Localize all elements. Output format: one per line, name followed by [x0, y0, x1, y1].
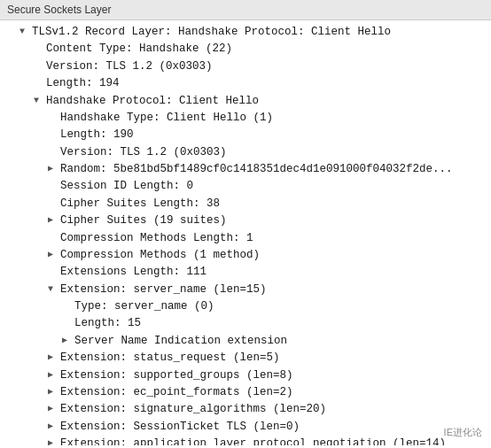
- tree-row: Version: TLS 1.2 (0x0303): [5, 144, 486, 161]
- tree-item-label: Version: TLS 1.2 (0x0303): [60, 144, 227, 161]
- expand-icon[interactable]: [48, 402, 60, 416]
- tree-item-label: Compression Methods Length: 1: [60, 230, 253, 247]
- tree-row[interactable]: Extension: supported_groups (len=8): [5, 367, 486, 384]
- title-text: Secure Sockets Layer: [7, 4, 111, 16]
- tree-item-label: Extension: SessionTicket TLS (len=0): [60, 419, 300, 436]
- tree-row[interactable]: Extension: SessionTicket TLS (len=0): [5, 419, 486, 436]
- tree-item-label: Compression Methods (1 method): [60, 247, 260, 264]
- tree-row: Version: TLS 1.2 (0x0303): [5, 58, 486, 75]
- tree-item-label: Cipher Suites (19 suites): [60, 212, 227, 229]
- tree-row[interactable]: Extension: ec_point_formats (len=2): [5, 384, 486, 401]
- tree-row[interactable]: TLSv1.2 Record Layer: Handshake Protocol…: [5, 24, 486, 41]
- tree-item-label: Cipher Suites Length: 38: [60, 196, 220, 212]
- tree-item-label: Extension: application_layer_protocol_ne…: [60, 436, 446, 445]
- tree-item-label: Type: server_name (0): [74, 298, 214, 315]
- expand-icon[interactable]: [48, 368, 60, 382]
- tree-row: Length: 15: [5, 315, 486, 332]
- tree-row[interactable]: Random: 5be81bd5bf1489cf0c1418351dec4d1e…: [5, 161, 486, 178]
- tree-item-label: Extension: status_request (len=5): [60, 350, 280, 367]
- tree-row: Session ID Length: 0: [5, 178, 486, 195]
- tree-item-label: Handshake Type: Client Hello (1): [60, 110, 273, 127]
- tree-row[interactable]: Extension: signature_algorithms (len=20): [5, 401, 486, 418]
- tree-item-label: Extension: supported_groups (len=8): [60, 367, 293, 384]
- tree-item-label: TLSv1.2 Record Layer: Handshake Protocol…: [32, 24, 391, 41]
- tree-item-label: Version: TLS 1.2 (0x0303): [46, 58, 213, 75]
- tree-row[interactable]: Handshake Protocol: Client Hello: [5, 93, 486, 110]
- expand-icon[interactable]: [48, 420, 60, 434]
- tree-item-label: Random: 5be81bd5bf1489cf0c1418351dec4d1e…: [60, 161, 453, 178]
- tree-item-label: Extension: signature_algorithms (len=20): [60, 401, 326, 418]
- tree-item-label: Length: 194: [46, 75, 120, 92]
- tree-row[interactable]: Extension: application_layer_protocol_ne…: [5, 436, 486, 445]
- tree-row: Cipher Suites Length: 38: [5, 196, 486, 212]
- expand-icon[interactable]: [19, 25, 32, 39]
- expand-icon[interactable]: [62, 334, 74, 348]
- tree-row[interactable]: Compression Methods (1 method): [5, 247, 486, 264]
- tree-item-label: Session ID Length: 0: [60, 178, 193, 195]
- watermark: IE进化论: [444, 426, 482, 439]
- title-bar: Secure Sockets Layer: [0, 0, 491, 20]
- tree-row[interactable]: Cipher Suites (19 suites): [5, 212, 486, 229]
- expand-icon[interactable]: [48, 248, 60, 262]
- tree-item-label: Length: 190: [60, 127, 134, 143]
- tree-row: Extensions Length: 111: [5, 264, 486, 281]
- tree-row[interactable]: Extension: status_request (len=5): [5, 350, 486, 367]
- expand-icon[interactable]: [48, 436, 60, 445]
- tree-item-label: Extension: server_name (len=15): [60, 282, 267, 298]
- tree-item-label: Extensions Length: 111: [60, 264, 207, 281]
- tree-row: Content Type: Handshake (22): [5, 41, 486, 58]
- tree-item-label: Extension: ec_point_formats (len=2): [60, 384, 293, 401]
- tree-content: TLSv1.2 Record Layer: Handshake Protocol…: [0, 20, 491, 445]
- tree-row[interactable]: Server Name Indication extension: [5, 333, 486, 350]
- tree-item-label: Handshake Protocol: Client Hello: [46, 93, 259, 110]
- tree-row[interactable]: Extension: server_name (len=15): [5, 282, 486, 298]
- tree-row: Handshake Type: Client Hello (1): [5, 110, 486, 127]
- tree-item-label: Server Name Indication extension: [74, 333, 287, 350]
- expand-icon[interactable]: [48, 213, 60, 228]
- expand-icon[interactable]: [34, 94, 46, 108]
- expand-icon[interactable]: [48, 282, 60, 297]
- tree-item-label: Length: 15: [74, 315, 141, 332]
- expand-icon[interactable]: [48, 385, 60, 399]
- expand-icon[interactable]: [48, 162, 60, 176]
- tree-row: Compression Methods Length: 1: [5, 230, 486, 247]
- tree-row: Length: 190: [5, 127, 486, 143]
- tree-row: Length: 194: [5, 75, 486, 92]
- tree-row: Type: server_name (0): [5, 298, 486, 315]
- tree-item-label: Content Type: Handshake (22): [46, 41, 232, 58]
- expand-icon[interactable]: [48, 351, 60, 365]
